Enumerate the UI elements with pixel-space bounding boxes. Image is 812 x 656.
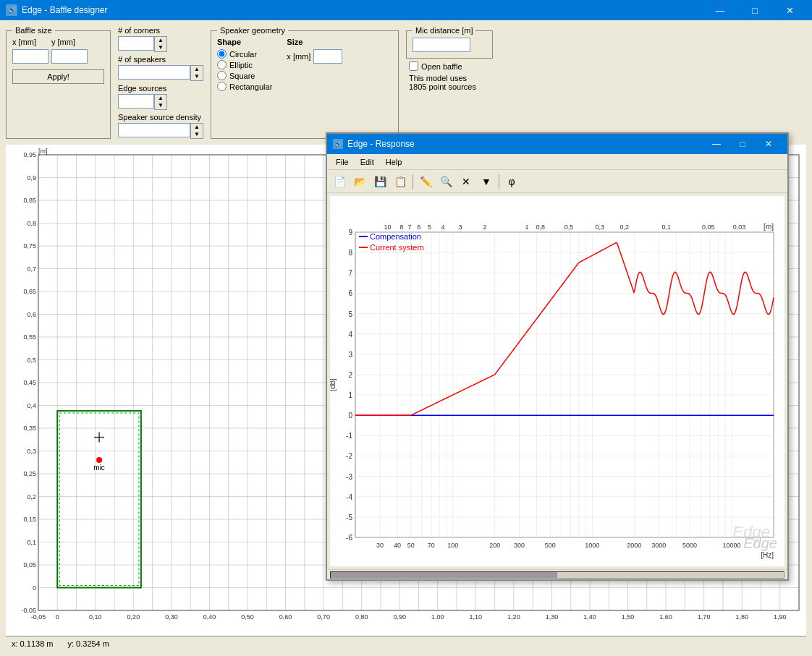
- baffle-size-group: Baffle size x [mm] y [mm] 220 388 Apply!: [6, 26, 111, 139]
- toolbar-clear-btn[interactable]: ✕: [457, 173, 475, 190]
- edge-sources-label: Edge sources: [118, 84, 203, 93]
- corners-speakers-panel: # of corners 4 ▲ ▼ # of speakers 1 ▲ ▼: [118, 26, 203, 139]
- svg-text:Compensation: Compensation: [370, 232, 421, 241]
- svg-text:30: 30: [376, 542, 384, 549]
- svg-text:5000: 5000: [682, 542, 697, 549]
- shape-elliptic-label: Elliptic: [229, 61, 253, 69]
- speaker-density-input[interactable]: 3: [118, 123, 190, 137]
- shape-square[interactable]: Square: [217, 71, 272, 80]
- baffle-y-input[interactable]: 388: [51, 49, 88, 64]
- svg-text:0: 0: [348, 412, 352, 419]
- svg-text:500: 500: [545, 542, 556, 549]
- size-x-input[interactable]: 19: [313, 49, 342, 64]
- shape-circular-label: Circular: [229, 50, 257, 59]
- toolbar-save-btn[interactable]: 💾: [371, 173, 389, 190]
- edge-sources-spinner-btns: ▲ ▼: [154, 94, 167, 110]
- response-maximize-btn[interactable]: □: [729, 134, 756, 154]
- response-window[interactable]: 🔊 Edge - Response — □ ✕ File Edit Help 📄…: [326, 132, 789, 581]
- response-title-btns: — □ ✕: [703, 134, 782, 154]
- speaker-density-up-btn[interactable]: ▲: [191, 124, 203, 131]
- edge-sources-spinner: 360 ▲ ▼: [118, 94, 203, 110]
- svg-text:100: 100: [447, 542, 458, 549]
- size-x-label: x [mm]: [287, 52, 310, 61]
- scrollbar-area[interactable]: [327, 569, 787, 579]
- svg-text:[Hz]: [Hz]: [761, 551, 774, 559]
- menu-edit[interactable]: Edit: [355, 156, 380, 168]
- shape-label: Shape: [217, 38, 272, 46]
- svg-text:5: 5: [348, 310, 352, 318]
- toolbar-phi-btn[interactable]: φ: [502, 173, 521, 190]
- speakers-input[interactable]: 1: [118, 65, 190, 80]
- toolbar-open-btn[interactable]: 📂: [350, 173, 369, 190]
- scrollbar[interactable]: [330, 571, 784, 579]
- corners-down-btn[interactable]: ▼: [155, 44, 166, 51]
- edge-sources-up-btn[interactable]: ▲: [155, 95, 166, 102]
- svg-text:3000: 3000: [651, 542, 666, 549]
- response-close-btn[interactable]: ✕: [756, 134, 782, 154]
- toolbar-copy-btn[interactable]: 📋: [391, 173, 410, 190]
- edge-sources-input[interactable]: 360: [118, 94, 154, 108]
- svg-text:-2: -2: [346, 452, 352, 460]
- y-coord: y: 0.3254 m: [67, 639, 109, 648]
- top-controls: Baffle size x [mm] y [mm] 220 388 Apply!…: [6, 26, 806, 139]
- mic-distance-group: Mic distance [m] 100: [406, 26, 493, 59]
- svg-text:10000: 10000: [722, 542, 740, 549]
- edge-watermark: Edge: [743, 535, 777, 552]
- open-baffle-checkbox[interactable]: Open baffle: [409, 61, 493, 71]
- speakers-up-btn[interactable]: ▲: [191, 66, 203, 73]
- shape-radio-group: Circular Elliptic Square Rectangular: [217, 49, 272, 91]
- toolbar-new-btn[interactable]: 📄: [330, 173, 349, 190]
- menu-help[interactable]: Help: [380, 156, 408, 168]
- svg-text:8: 8: [348, 249, 352, 257]
- response-minimize-btn[interactable]: —: [703, 134, 729, 154]
- svg-text:0,03: 0,03: [733, 223, 746, 231]
- size-x-row: x [mm] 19: [287, 49, 342, 64]
- toolbar-dropdown-btn[interactable]: ▼: [477, 173, 496, 190]
- edge-sources-down-btn[interactable]: ▼: [155, 102, 166, 109]
- speaker-density-spinner: 3 ▲ ▼: [118, 123, 203, 139]
- svg-text:0,05: 0,05: [702, 223, 715, 231]
- minimize-button[interactable]: —: [703, 0, 737, 20]
- svg-text:10: 10: [384, 223, 391, 231]
- svg-text:7: 7: [348, 269, 352, 277]
- shape-circular[interactable]: Circular: [217, 49, 272, 59]
- response-chart-svg: -6-5-4-3-2-10123456789[dB]30405070100200…: [330, 196, 784, 566]
- mic-baffle-panel: Mic distance [m] 100 Open baffle This mo…: [406, 26, 493, 139]
- baffle-x-input[interactable]: 220: [12, 49, 48, 64]
- mic-distance-input[interactable]: 100: [413, 38, 470, 52]
- svg-text:4: 4: [348, 331, 352, 338]
- maximize-button[interactable]: □: [738, 0, 771, 20]
- shape-square-label: Square: [229, 72, 255, 80]
- response-title: Edge - Response: [347, 139, 703, 149]
- svg-rect-94: [359, 236, 368, 237]
- toolbar-zoom-btn[interactable]: 🔍: [436, 173, 455, 190]
- svg-text:6: 6: [417, 223, 420, 231]
- svg-text:[dB]: [dB]: [330, 378, 337, 391]
- scrollbar-thumb[interactable]: [331, 572, 557, 578]
- shape-rectangular[interactable]: Rectangular: [217, 82, 272, 91]
- speakers-label: # of speakers: [118, 55, 203, 64]
- svg-text:200: 200: [489, 542, 500, 549]
- response-icon: 🔊: [333, 139, 343, 149]
- toolbar-pen-btn[interactable]: ✏️: [416, 173, 435, 190]
- corners-up-btn[interactable]: ▲: [155, 37, 166, 44]
- menu-file[interactable]: File: [330, 156, 355, 168]
- shape-elliptic[interactable]: Elliptic: [217, 60, 272, 69]
- apply-button[interactable]: Apply!: [12, 69, 104, 84]
- corners-input[interactable]: 4: [118, 36, 154, 51]
- svg-text:7: 7: [407, 223, 411, 231]
- open-baffle-label: Open baffle: [421, 62, 462, 71]
- speaker-density-down-btn[interactable]: ▼: [191, 131, 203, 138]
- mic-distance-label: Mic distance [m]: [413, 26, 475, 35]
- response-menu-bar: File Edit Help: [327, 154, 787, 170]
- speakers-down-btn[interactable]: ▼: [191, 73, 203, 80]
- speaker-density-spinner-btns: ▲ ▼: [190, 123, 203, 139]
- svg-text:50: 50: [407, 542, 415, 549]
- svg-text:2000: 2000: [627, 542, 641, 549]
- edge-sources-row: Edge sources 360 ▲ ▼: [118, 84, 203, 110]
- speakers-spinner-btns: ▲ ▼: [190, 65, 203, 81]
- svg-text:2: 2: [483, 223, 487, 231]
- svg-text:9: 9: [348, 229, 352, 237]
- close-button[interactable]: ✕: [773, 0, 806, 20]
- corners-spinner: 4 ▲ ▼: [118, 36, 203, 52]
